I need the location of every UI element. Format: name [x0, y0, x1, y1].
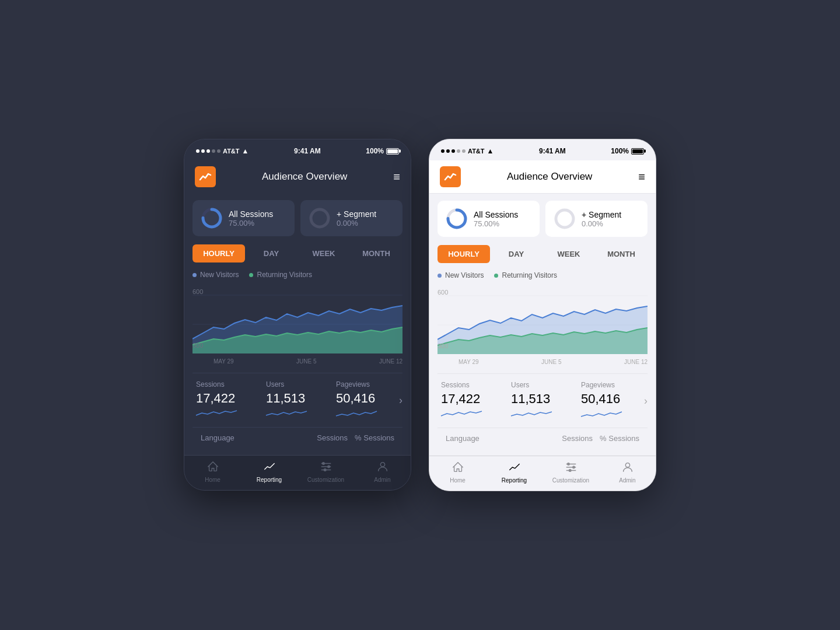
segments-row-dark: All Sessions 75.00% + Segment 0.00%	[192, 200, 402, 236]
mini-chart-sessions-light	[441, 409, 504, 421]
tab-admin-label-light: Admin	[619, 477, 635, 484]
y-300-dark: 300	[192, 342, 214, 349]
segment-value-plus-light: 0.00%	[582, 219, 621, 228]
filter-week-light[interactable]: WEEK	[542, 245, 595, 263]
segment-card-all-dark[interactable]: All Sessions 75.00%	[192, 200, 295, 236]
chart-area-dark: 600 300	[192, 284, 402, 365]
stat-pageviews-value-light: 50,416	[581, 391, 644, 407]
tab-customization-dark[interactable]: Customization	[298, 460, 354, 483]
battery-dark: 100%	[366, 147, 399, 155]
th-sessions-dark: Sessions	[301, 433, 348, 442]
filter-day-light[interactable]: DAY	[490, 245, 542, 263]
segment-card-all-light[interactable]: All Sessions 75.00%	[438, 201, 540, 237]
legend-dark: New Visitors Returning Visitors	[192, 271, 402, 279]
x-june12-light: JUNE 12	[624, 359, 648, 365]
legend-returning-light: Returning Visitors	[494, 271, 557, 279]
segment-label-plus-light: + Segment	[582, 210, 621, 219]
tab-admin-dark[interactable]: Admin	[354, 460, 411, 483]
stat-users-label-dark: Users	[266, 380, 329, 388]
legend-new-light: New Visitors	[438, 271, 484, 279]
filter-day-dark[interactable]: DAY	[245, 244, 298, 262]
svg-point-2	[311, 209, 328, 227]
filter-hourly-dark[interactable]: HOURLY	[192, 244, 245, 262]
signal-dots-light	[441, 149, 466, 153]
legend-returning-label-dark: Returning Visitors	[257, 271, 312, 279]
status-left-light: AT&T ▲	[441, 147, 494, 155]
stat-sessions-label-dark: Sessions	[196, 380, 259, 388]
stat-sessions-value-light: 17,422	[441, 391, 504, 407]
tab-reporting-light[interactable]: Reporting	[486, 461, 542, 484]
wifi-icon-dark: ▲	[242, 147, 249, 155]
segment-card-plus-light[interactable]: + Segment 0.00%	[545, 201, 648, 237]
tab-bar-light: Home Reporting	[429, 456, 656, 491]
tab-home-light[interactable]: Home	[429, 461, 486, 484]
svg-point-17	[556, 210, 573, 228]
filter-month-dark[interactable]: MONTH	[350, 244, 402, 262]
legend-returning-label-light: Returning Visitors	[502, 271, 557, 279]
tab-customization-light[interactable]: Customization	[542, 461, 599, 484]
segment-card-plus-dark[interactable]: + Segment 0.00%	[300, 200, 402, 236]
battery-icon-light	[631, 148, 644, 155]
legend-dot-returning-dark	[249, 273, 253, 277]
chevron-right-light[interactable]: ›	[644, 395, 648, 407]
stat-pageviews-value-dark: 50,416	[336, 391, 399, 406]
tab-home-dark[interactable]: Home	[184, 460, 241, 483]
filter-hourly-light[interactable]: HOURLY	[438, 245, 490, 263]
segment-label-all-light: All Sessions	[474, 210, 518, 219]
menu-icon-dark[interactable]: ≡	[393, 170, 400, 184]
segments-row-light: All Sessions 75.00% + Segment 0.00%	[438, 201, 648, 237]
battery-icon-dark	[386, 148, 399, 155]
menu-icon-light[interactable]: ≡	[638, 170, 645, 184]
dot1	[196, 149, 200, 153]
admin-icon-dark	[376, 460, 389, 475]
home-icon-light	[452, 461, 464, 475]
stat-users-label-light: Users	[511, 381, 574, 389]
x-labels-light: MAY 29 JUNE 5 JUNE 12	[459, 359, 648, 365]
stats-row-light: Sessions 17,422 Users 11,513	[438, 373, 648, 428]
filter-week-dark[interactable]: WEEK	[298, 244, 350, 262]
chart-svg-light	[438, 284, 648, 356]
stat-users-value-light: 11,513	[511, 391, 574, 407]
time-light: 9:41 AM	[539, 147, 566, 155]
svg-point-13	[324, 469, 326, 471]
reporting-icon-light	[508, 461, 521, 475]
stat-pageviews-light: Pageviews 50,416	[578, 381, 648, 421]
tab-customization-label-light: Customization	[552, 477, 589, 484]
legend-new-label-dark: New Visitors	[200, 271, 239, 279]
dot3	[206, 149, 210, 153]
logo-light	[440, 166, 461, 187]
stats-row-dark: Sessions 17,422 Users 11,513	[192, 373, 402, 427]
tab-admin-light[interactable]: Admin	[599, 461, 656, 484]
th-language-dark: Language	[201, 433, 301, 442]
dot1-light	[441, 149, 444, 153]
content-dark: All Sessions 75.00% + Segment 0.00%	[184, 193, 411, 455]
battery-fill-dark	[387, 149, 398, 153]
stat-users-value-dark: 11,513	[266, 391, 329, 406]
tab-bar-dark: Home Reporting	[184, 455, 411, 490]
segment-label-all-dark: All Sessions	[229, 209, 273, 219]
svg-point-11	[322, 463, 324, 465]
filter-month-light[interactable]: MONTH	[595, 245, 648, 263]
customization-icon-light	[565, 461, 578, 475]
tab-reporting-dark[interactable]: Reporting	[241, 460, 298, 483]
y-600-light: 600	[438, 289, 459, 296]
dot4-light	[457, 149, 460, 153]
mini-chart-users-dark	[266, 408, 329, 420]
table-header-light: Language Sessions % Sessions	[438, 428, 648, 449]
customization-icon-dark	[320, 460, 332, 475]
nav-bar-dark: Audience Overview ≡	[184, 160, 411, 193]
segment-info-plus-light: + Segment 0.00%	[582, 210, 621, 228]
chevron-right-dark[interactable]: ›	[399, 394, 402, 407]
battery-pct-dark: 100%	[366, 147, 384, 155]
th-language-light: Language	[446, 434, 546, 443]
stat-users-dark: Users 11,513	[262, 380, 332, 420]
tab-home-label-dark: Home	[205, 477, 220, 483]
donut-plus-dark	[309, 207, 331, 229]
x-labels-dark: MAY 29 JUNE 5 JUNE 12	[214, 358, 402, 365]
legend-dot-returning-light	[494, 274, 498, 278]
donut-all-dark	[201, 207, 223, 229]
dot2-light	[446, 149, 450, 153]
tab-admin-label-dark: Admin	[374, 477, 390, 483]
battery-pct-light: 100%	[611, 147, 629, 155]
status-bar-light: AT&T ▲ 9:41 AM 100%	[429, 139, 656, 160]
